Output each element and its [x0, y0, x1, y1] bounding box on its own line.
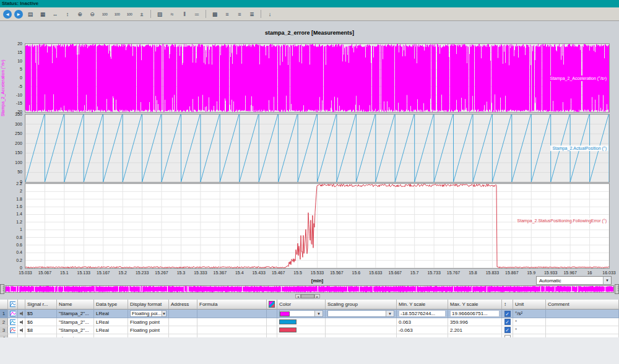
- horizontal-cursors-icon[interactable]: ═: [191, 9, 202, 19]
- scaling-group-cell[interactable]: [326, 326, 397, 334]
- scroll-right-icon[interactable]: ▸: [314, 294, 320, 298]
- row-number: 2: [0, 318, 8, 326]
- color-cell[interactable]: ▼: [277, 310, 326, 318]
- display-format-cell[interactable]: Floating point: [128, 326, 169, 334]
- unit-cell[interactable]: °: [513, 326, 546, 334]
- data-type-cell[interactable]: LReal: [94, 326, 128, 334]
- overview-left-handle[interactable]: [0, 284, 4, 294]
- checked-checkbox[interactable]: ✓: [504, 311, 511, 317]
- name-cell[interactable]: "Stampa_2"...: [57, 326, 94, 334]
- next-measurement-icon[interactable]: ▶: [14, 10, 23, 19]
- zoom-in-icon[interactable]: ⊕: [74, 9, 85, 19]
- speaker-muted-icon[interactable]: [18, 318, 25, 326]
- following-error-chart[interactable]: [25, 183, 610, 269]
- address-cell[interactable]: [169, 318, 197, 326]
- table-row[interactable]: 3 $8 "Stampa_2"... LReal Floating point …: [0, 326, 619, 334]
- offset-signals-icon[interactable]: ±: [136, 9, 147, 19]
- data-type-header[interactable]: Data type: [94, 300, 128, 310]
- x-axis-tick-label: 15.9: [527, 271, 535, 275]
- unit-cell[interactable]: °: [513, 318, 546, 326]
- scale-x-100-icon[interactable]: 100: [99, 9, 110, 19]
- overview-right-handle[interactable]: [615, 284, 619, 294]
- address-cell[interactable]: [169, 326, 197, 334]
- signal-ref-cell[interactable]: $5: [25, 310, 57, 318]
- autoscale-cell[interactable]: ✓: [502, 326, 513, 334]
- color-header[interactable]: Color: [277, 300, 326, 310]
- overview-scrubber[interactable]: [5, 285, 614, 293]
- speaker-muted-icon[interactable]: [18, 310, 25, 318]
- chevron-down-icon[interactable]: ▼: [386, 311, 394, 316]
- max-y-cell[interactable]: 19.966606751...: [448, 310, 502, 318]
- address-cell[interactable]: [169, 310, 197, 318]
- table-row[interactable]: 2 $6 "Stampa_2"... LReal Floating point …: [0, 318, 619, 326]
- zoom-horizontal-icon[interactable]: ↔: [50, 9, 61, 19]
- formula-cell[interactable]: [197, 326, 267, 334]
- display-format-cell[interactable]: Floating point: [128, 318, 169, 326]
- scale-y-100-icon[interactable]: 100: [111, 9, 123, 19]
- overview-window-icon[interactable]: ▩: [209, 9, 220, 19]
- align-justify-icon[interactable]: ≣: [246, 9, 258, 19]
- chevron-down-icon[interactable]: ▼: [314, 311, 322, 316]
- display-format-cell[interactable]: Floating poi...▼: [128, 310, 169, 318]
- unit-header[interactable]: Unit: [513, 300, 546, 310]
- chevron-down-icon[interactable]: ▼: [162, 311, 166, 316]
- signal-header[interactable]: Signal r...: [25, 300, 57, 310]
- formula-cell[interactable]: [197, 318, 267, 326]
- overview-scrollbar[interactable]: ◂ ▸: [295, 294, 320, 298]
- zoom-out-icon[interactable]: ⊖: [87, 9, 98, 19]
- scaling-group-cell[interactable]: [326, 318, 397, 326]
- zoom-selection-icon[interactable]: ▦: [37, 9, 48, 19]
- signal-ref-cell[interactable]: $8: [25, 326, 57, 334]
- min-y-cell[interactable]: 0.063: [397, 318, 448, 326]
- unit-cell[interactable]: °/s²: [513, 310, 546, 318]
- time-scale-select[interactable]: Automatic ▼: [536, 276, 612, 285]
- x-axis-tick-label: 15.967: [563, 271, 576, 275]
- acceleration-chart[interactable]: [25, 43, 610, 113]
- zoom-vertical-icon[interactable]: ↕: [62, 9, 73, 19]
- scaling-group-header[interactable]: Scaling group: [326, 300, 397, 310]
- checked-checkbox[interactable]: ✓: [504, 327, 511, 333]
- comment-cell[interactable]: [546, 318, 619, 326]
- max-y-header[interactable]: Max. Y scale: [448, 300, 502, 310]
- formula-cell[interactable]: [197, 310, 267, 318]
- scrollbar-thumb[interactable]: [301, 294, 314, 298]
- signal-ref-cell[interactable]: $6: [25, 318, 57, 326]
- data-type-cell[interactable]: LReal: [94, 310, 128, 318]
- x-axis-tick-label: 15.267: [155, 271, 168, 275]
- previous-measurement-icon[interactable]: ◀: [3, 10, 12, 19]
- min-y-cell[interactable]: -0.063: [397, 326, 448, 334]
- min-y-header[interactable]: Min. Y scale: [397, 300, 448, 310]
- interpolation-icon[interactable]: ≈: [167, 9, 178, 19]
- min-y-cell[interactable]: -18.55276244...: [397, 310, 448, 318]
- vertical-cursors-icon[interactable]: ‖: [179, 9, 190, 19]
- color-cell[interactable]: [277, 326, 326, 334]
- max-y-cell[interactable]: 359.996: [448, 318, 502, 326]
- scaling-group-cell[interactable]: ▼: [326, 310, 397, 318]
- scroll-left-icon[interactable]: ◂: [295, 294, 301, 298]
- position-chart[interactable]: [25, 114, 610, 183]
- chevron-down-icon[interactable]: ▼: [603, 277, 611, 284]
- table-row[interactable]: 1 $5 "Stampa_2"... LReal Floating poi...…: [0, 310, 619, 318]
- name-cell[interactable]: "Stampa_2"...: [57, 318, 94, 326]
- samples-display-icon[interactable]: ▨: [154, 9, 165, 19]
- address-header[interactable]: Address: [169, 300, 197, 310]
- export-measurement-icon[interactable]: ↓: [264, 9, 275, 19]
- name-cell[interactable]: "Stampa_2"...: [57, 310, 94, 318]
- color-cell[interactable]: [277, 318, 326, 326]
- comment-header[interactable]: Comment: [546, 300, 619, 310]
- comment-cell[interactable]: [546, 326, 619, 334]
- snapshot-icon[interactable]: ▤: [25, 9, 36, 19]
- formula-header[interactable]: Formula: [197, 300, 267, 310]
- legend-icon[interactable]: ≡: [222, 9, 233, 19]
- scale-xy-100-icon[interactable]: 100: [124, 9, 135, 19]
- max-y-cell[interactable]: 2.201: [448, 326, 502, 334]
- display-format-header[interactable]: Display format: [128, 300, 169, 310]
- autoscale-cell[interactable]: ✓: [502, 310, 513, 318]
- align-left-icon[interactable]: ≡: [234, 9, 245, 19]
- name-header[interactable]: Name: [57, 300, 94, 310]
- checked-checkbox[interactable]: ✓: [504, 319, 511, 325]
- autoscale-cell[interactable]: ✓: [502, 318, 513, 326]
- speaker-muted-icon[interactable]: [18, 326, 25, 334]
- data-type-cell[interactable]: LReal: [94, 318, 128, 326]
- comment-cell[interactable]: [546, 310, 619, 318]
